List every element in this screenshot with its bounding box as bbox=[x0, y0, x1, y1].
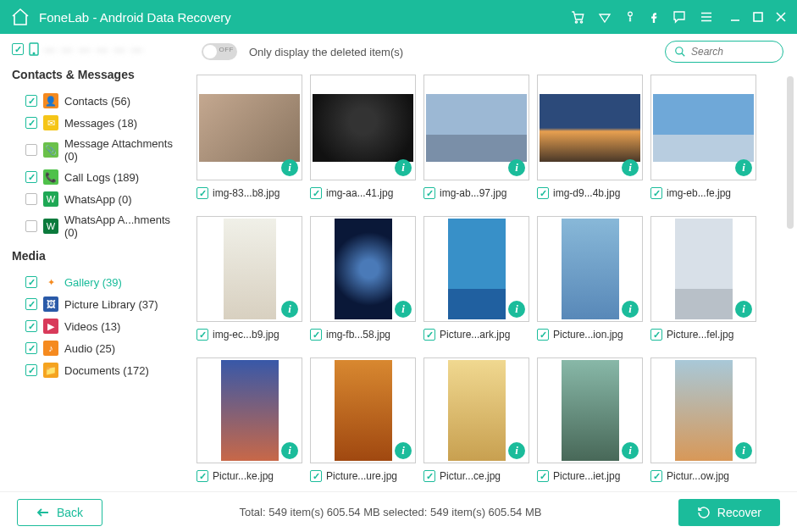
info-icon[interactable]: i bbox=[622, 301, 639, 318]
search-input[interactable] bbox=[691, 46, 774, 58]
media-item[interactable]: 📁Documents (172) bbox=[12, 359, 178, 381]
media-item[interactable]: ♪Audio (25) bbox=[12, 337, 178, 359]
home-icon[interactable] bbox=[10, 7, 30, 27]
info-icon[interactable]: i bbox=[281, 301, 298, 318]
item-checkbox[interactable] bbox=[25, 171, 37, 183]
thumbnail-frame[interactable]: i bbox=[537, 216, 643, 322]
vertical-scrollbar[interactable] bbox=[787, 76, 795, 483]
thumbnail-frame[interactable]: i bbox=[423, 216, 529, 322]
wifi-icon[interactable] bbox=[597, 9, 612, 25]
contacts-item[interactable]: ✉Messages (18) bbox=[12, 112, 178, 134]
thumbnail-checkbox[interactable] bbox=[423, 187, 435, 199]
thumbnail-checkbox[interactable] bbox=[537, 329, 549, 341]
contacts-item[interactable]: 📎Message Attachments (0) bbox=[12, 134, 178, 166]
thumbnail-item[interactable]: iimg-ec...b9.jpg bbox=[196, 216, 307, 341]
minimize-icon[interactable] bbox=[729, 11, 741, 23]
thumbnail-item[interactable]: iimg-ab...97.jpg bbox=[423, 75, 534, 199]
device-row[interactable]: — — — — — — bbox=[12, 42, 178, 56]
thumbnail-frame[interactable]: i bbox=[650, 75, 756, 180]
thumbnail-frame[interactable]: i bbox=[196, 357, 302, 463]
thumbnail-frame[interactable]: i bbox=[537, 357, 643, 463]
contacts-item[interactable]: 👤Contacts (56) bbox=[12, 90, 178, 112]
info-icon[interactable]: i bbox=[508, 442, 525, 459]
thumbnail-checkbox[interactable] bbox=[196, 329, 208, 341]
scrollbar-thumb[interactable] bbox=[787, 76, 794, 229]
thumbnail-checkbox[interactable] bbox=[650, 470, 662, 482]
item-checkbox[interactable] bbox=[25, 117, 37, 129]
thumbnail-frame[interactable]: i bbox=[310, 75, 416, 180]
thumbnail-item[interactable]: iPicture...ure.jpg bbox=[310, 357, 420, 482]
thumbnail-checkbox[interactable] bbox=[537, 470, 549, 482]
thumbnail-item[interactable]: iPicture...ark.jpg bbox=[423, 216, 534, 341]
thumbnail-item[interactable]: iimg-d9...4b.jpg bbox=[537, 75, 647, 199]
thumbnail-item[interactable]: iPictur...ow.jpg bbox=[650, 357, 761, 482]
thumbnail-frame[interactable]: i bbox=[650, 357, 756, 463]
item-checkbox[interactable] bbox=[25, 144, 37, 156]
thumbnail-frame[interactable]: i bbox=[310, 216, 416, 322]
item-checkbox[interactable] bbox=[25, 364, 37, 376]
info-icon[interactable]: i bbox=[508, 159, 525, 176]
item-checkbox[interactable] bbox=[25, 320, 37, 332]
thumbnail-frame[interactable]: i bbox=[196, 216, 302, 322]
info-icon[interactable]: i bbox=[508, 301, 525, 318]
facebook-icon[interactable] bbox=[648, 9, 660, 25]
thumbnail-grid-wrap[interactable]: iimg-83...b8.jpgiimg-aa...41.jpgiimg-ab.… bbox=[188, 69, 797, 491]
thumbnail-checkbox[interactable] bbox=[196, 470, 208, 482]
contacts-item[interactable]: WWhatsApp (0) bbox=[12, 188, 178, 210]
deleted-only-toggle[interactable]: OFF bbox=[202, 43, 237, 60]
info-icon[interactable]: i bbox=[395, 301, 412, 318]
info-icon[interactable]: i bbox=[395, 159, 412, 176]
thumbnail-checkbox[interactable] bbox=[650, 187, 662, 199]
thumbnail-item[interactable]: iPicture...iet.jpg bbox=[537, 357, 647, 482]
info-icon[interactable]: i bbox=[395, 442, 412, 459]
thumbnail-checkbox[interactable] bbox=[196, 187, 208, 199]
info-icon[interactable]: i bbox=[735, 442, 752, 459]
thumbnail-frame[interactable]: i bbox=[196, 75, 302, 180]
cart-icon[interactable] bbox=[570, 9, 585, 25]
info-icon[interactable]: i bbox=[735, 301, 752, 318]
thumbnail-frame[interactable]: i bbox=[537, 75, 643, 180]
media-item[interactable]: ✦Gallery (39) bbox=[12, 271, 178, 293]
info-icon[interactable]: i bbox=[622, 442, 639, 459]
contacts-item[interactable]: 📞Call Logs (189) bbox=[12, 166, 178, 188]
close-icon[interactable] bbox=[775, 11, 787, 23]
info-icon[interactable]: i bbox=[281, 159, 298, 176]
thumbnail-item[interactable]: iimg-fb...58.jpg bbox=[310, 216, 420, 341]
media-item[interactable]: ▶Videos (13) bbox=[12, 315, 178, 337]
thumbnail-item[interactable]: iimg-eb...fe.jpg bbox=[650, 75, 761, 199]
thumbnail-item[interactable]: iimg-83...b8.jpg bbox=[196, 75, 307, 199]
info-icon[interactable]: i bbox=[281, 442, 298, 459]
thumbnail-frame[interactable]: i bbox=[423, 75, 529, 180]
item-checkbox[interactable] bbox=[25, 276, 37, 288]
item-checkbox[interactable] bbox=[25, 342, 37, 354]
thumbnail-checkbox[interactable] bbox=[423, 329, 435, 341]
device-checkbox[interactable] bbox=[12, 43, 24, 55]
item-checkbox[interactable] bbox=[25, 220, 37, 232]
search-box[interactable] bbox=[665, 41, 783, 63]
media-item[interactable]: 🖼Picture Library (37) bbox=[12, 293, 178, 315]
maximize-icon[interactable] bbox=[753, 12, 763, 22]
thumbnail-checkbox[interactable] bbox=[650, 329, 662, 341]
thumbnail-checkbox[interactable] bbox=[310, 187, 322, 199]
feedback-icon[interactable] bbox=[672, 9, 687, 25]
contacts-item[interactable]: WWhatsApp A...hments (0) bbox=[12, 210, 178, 242]
recover-button[interactable]: Recover bbox=[678, 499, 780, 526]
thumbnail-item[interactable]: iPictur...ke.jpg bbox=[196, 357, 307, 482]
item-checkbox[interactable] bbox=[25, 193, 37, 205]
thumbnail-frame[interactable]: i bbox=[650, 216, 756, 322]
info-icon[interactable]: i bbox=[622, 159, 639, 176]
item-checkbox[interactable] bbox=[25, 298, 37, 310]
info-icon[interactable]: i bbox=[735, 159, 752, 176]
thumbnail-item[interactable]: iPicture...fel.jpg bbox=[650, 216, 761, 341]
back-button[interactable]: Back bbox=[17, 499, 102, 526]
thumbnail-checkbox[interactable] bbox=[310, 329, 322, 341]
thumbnail-item[interactable]: iPictur...ce.jpg bbox=[423, 357, 534, 482]
thumbnail-item[interactable]: iPicture...ion.jpg bbox=[537, 216, 647, 341]
thumbnail-checkbox[interactable] bbox=[423, 470, 435, 482]
thumbnail-frame[interactable]: i bbox=[310, 357, 416, 463]
thumbnail-frame[interactable]: i bbox=[423, 357, 529, 463]
thumbnail-checkbox[interactable] bbox=[310, 470, 322, 482]
thumbnail-item[interactable]: iimg-aa...41.jpg bbox=[310, 75, 420, 199]
key-icon[interactable] bbox=[624, 9, 636, 25]
thumbnail-checkbox[interactable] bbox=[537, 187, 549, 199]
